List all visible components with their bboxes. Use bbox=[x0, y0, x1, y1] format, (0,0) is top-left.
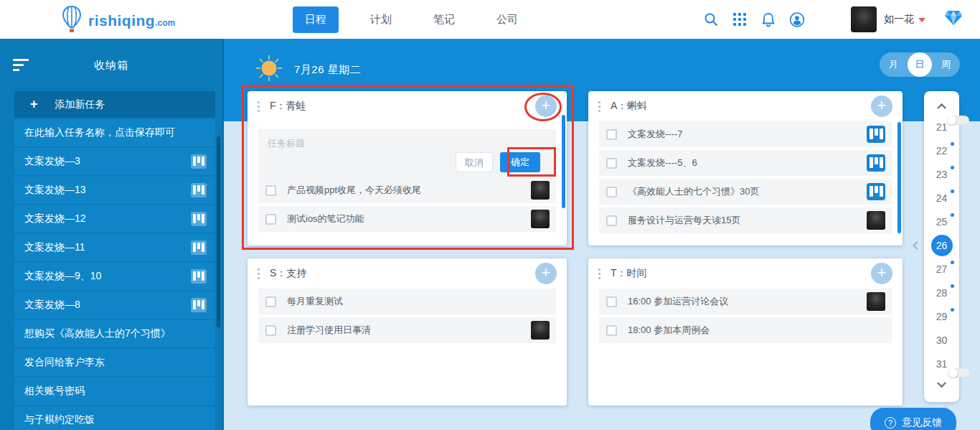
list-item[interactable]: 发合同给客户李东 bbox=[14, 349, 215, 376]
date-item[interactable]: 25 bbox=[924, 210, 959, 233]
tab-schedule[interactable]: 日程 bbox=[293, 6, 339, 33]
tab-company[interactable]: 公司 bbox=[486, 6, 528, 33]
inbox-task-list: 文案发烧—3 文案发烧—13 文案发烧—12 文案发烧—11 文案发烧—9、10… bbox=[14, 148, 215, 430]
kanban-icon[interactable] bbox=[191, 269, 207, 284]
assignee-avatar[interactable] bbox=[867, 292, 885, 311]
tab-plan[interactable]: 计划 bbox=[360, 6, 402, 33]
task-row[interactable]: 测试ios的笔记功能 bbox=[258, 206, 556, 232]
assignee-avatar[interactable] bbox=[531, 321, 550, 340]
task-checkbox[interactable] bbox=[606, 129, 617, 140]
date-item-selected[interactable]: 26 bbox=[924, 233, 959, 257]
card-scrollbar[interactable] bbox=[562, 115, 565, 208]
strip-toggle-bottom[interactable] bbox=[948, 368, 971, 378]
task-checkbox[interactable] bbox=[606, 187, 617, 197]
kanban-icon[interactable] bbox=[191, 298, 207, 312]
add-task-button[interactable]: + 添加新任务 bbox=[14, 91, 215, 118]
list-item[interactable]: 相关账号密码 bbox=[14, 378, 215, 405]
feedback-label: 意见反馈 bbox=[902, 416, 942, 429]
kanban-icon[interactable] bbox=[867, 183, 885, 200]
date-item[interactable]: 30 bbox=[924, 328, 959, 352]
quadrant-title: S：支持 bbox=[270, 267, 306, 280]
list-item[interactable]: 文案发烧—9、10 bbox=[14, 263, 215, 290]
add-task-plus-button[interactable]: + bbox=[535, 95, 557, 117]
assignee-avatar[interactable] bbox=[531, 210, 550, 228]
task-row[interactable]: 每月重复测试 bbox=[258, 289, 556, 314]
task-checkbox[interactable] bbox=[265, 296, 276, 307]
task-checkbox[interactable] bbox=[606, 296, 617, 307]
chevron-down-icon bbox=[937, 378, 946, 388]
add-task-plus-button[interactable]: + bbox=[871, 95, 892, 117]
date-item[interactable]: 22 bbox=[924, 139, 959, 162]
task-checkbox[interactable] bbox=[265, 185, 276, 196]
quadrant-title: F：青蛙 bbox=[270, 100, 306, 113]
task-row[interactable]: 文案发烧----5、6 bbox=[599, 150, 892, 176]
task-checkbox[interactable] bbox=[606, 158, 617, 169]
strip-toggle-top[interactable] bbox=[947, 116, 969, 125]
task-title-input[interactable]: 任务标题 bbox=[268, 137, 305, 150]
tab-notes[interactable]: 笔记 bbox=[423, 6, 465, 33]
date-item[interactable]: 24 bbox=[924, 186, 959, 210]
task-checkbox[interactable] bbox=[606, 325, 617, 336]
add-task-plus-button[interactable]: + bbox=[871, 263, 892, 284]
vip-diamond-icon[interactable] bbox=[944, 10, 963, 29]
drag-handle-icon[interactable] bbox=[258, 101, 260, 112]
list-item[interactable]: 文案发烧—13 bbox=[14, 177, 215, 204]
kanban-icon[interactable] bbox=[867, 154, 885, 172]
drag-handle-icon[interactable] bbox=[598, 101, 600, 112]
task-row[interactable]: 16:00 参加运营讨论会议 bbox=[599, 289, 892, 314]
search-icon[interactable] bbox=[703, 11, 719, 27]
date-item[interactable]: 27 bbox=[924, 257, 959, 281]
list-item[interactable]: 文案发烧—12 bbox=[14, 205, 215, 233]
drag-handle-icon[interactable] bbox=[598, 268, 600, 279]
view-month-button[interactable]: 月 bbox=[880, 58, 908, 71]
assignee-avatar[interactable] bbox=[531, 181, 550, 200]
list-item[interactable]: 文案发烧—3 bbox=[14, 148, 215, 175]
cancel-button[interactable]: 取消 bbox=[456, 152, 493, 172]
support-contact-icon[interactable] bbox=[789, 11, 805, 27]
list-item[interactable]: 与子棋约定吃饭 bbox=[14, 406, 215, 430]
sidebar-scrollbar[interactable] bbox=[217, 136, 220, 327]
date-item[interactable]: 23 bbox=[924, 162, 959, 186]
kanban-icon[interactable] bbox=[191, 183, 207, 197]
task-checkbox[interactable] bbox=[265, 325, 276, 336]
task-row[interactable]: 产品视频ppt收尾，今天必须收尾 bbox=[258, 177, 556, 203]
notifications-bell-icon[interactable] bbox=[760, 11, 776, 27]
list-item[interactable]: 文案发烧—11 bbox=[14, 234, 215, 261]
add-task-plus-button[interactable]: + bbox=[535, 263, 557, 284]
user-name[interactable]: 如一花 bbox=[884, 13, 914, 26]
new-task-input[interactable]: 在此输入任务名称，点击保存即可 bbox=[14, 119, 215, 146]
task-dot bbox=[951, 166, 954, 169]
user-menu-caret-icon[interactable] bbox=[918, 18, 925, 22]
scroll-up-button[interactable] bbox=[924, 96, 959, 115]
task-row[interactable]: 《高效能人士的七个习惯》30页 bbox=[599, 179, 892, 205]
user-avatar[interactable] bbox=[851, 6, 877, 32]
date-strip-panel: 21 22 23 24 25 26 27 28 29 30 31 bbox=[924, 91, 959, 402]
date-item[interactable]: 29 bbox=[924, 304, 959, 328]
task-row[interactable]: 注册学习使用日事清 bbox=[258, 317, 556, 343]
drag-handle-icon[interactable] bbox=[258, 268, 260, 279]
view-week-button[interactable]: 周 bbox=[932, 58, 960, 71]
task-checkbox[interactable] bbox=[265, 214, 276, 225]
app-logo[interactable]: rishiqing.com bbox=[62, 5, 175, 37]
list-item[interactable]: 想购买《高效能人士的7个习惯》 bbox=[14, 320, 215, 347]
kanban-icon[interactable] bbox=[191, 212, 207, 226]
sun-weather-icon bbox=[255, 55, 283, 85]
list-item[interactable]: 文案发烧—8 bbox=[14, 291, 215, 319]
kanban-icon[interactable] bbox=[191, 154, 207, 169]
kanban-icon[interactable] bbox=[191, 240, 207, 255]
task-row[interactable]: 文案发烧----7 bbox=[599, 121, 892, 147]
feedback-button[interactable]: ? 意见反馈 bbox=[870, 408, 956, 430]
task-row[interactable]: 服务设计与运营每天读15页 bbox=[599, 207, 892, 233]
task-checkbox[interactable] bbox=[606, 215, 617, 226]
assignee-avatar[interactable] bbox=[867, 211, 885, 230]
collapse-strip-chevron-icon[interactable] bbox=[913, 241, 920, 249]
card-scrollbar[interactable] bbox=[897, 122, 901, 233]
card-header: F：青蛙 + bbox=[248, 91, 567, 121]
date-item[interactable]: 28 bbox=[924, 281, 959, 304]
apps-grid-icon[interactable] bbox=[732, 11, 748, 27]
confirm-button[interactable]: 确定 bbox=[500, 152, 540, 172]
view-day-button[interactable]: 日 bbox=[908, 52, 932, 77]
kanban-icon[interactable] bbox=[867, 126, 885, 143]
task-row[interactable]: 18:00 参加本周例会 bbox=[599, 317, 892, 343]
scroll-down-button[interactable] bbox=[924, 375, 959, 394]
